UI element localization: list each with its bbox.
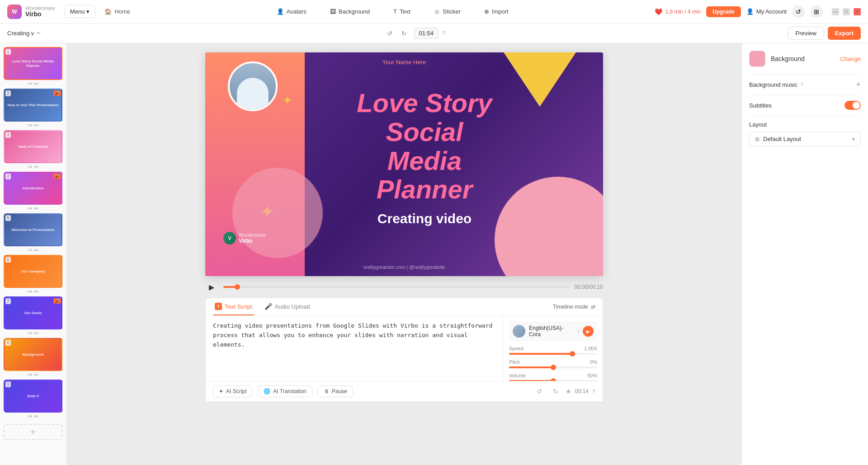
text-button[interactable]: T Text: [389, 5, 415, 18]
ai-translation-icon: 🌐: [264, 388, 270, 395]
slide-item-5[interactable]: 5Welcome to Presentation: [4, 213, 63, 246]
close-button[interactable]: ✕: [854, 8, 861, 15]
speed-slider-track[interactable]: [509, 353, 597, 355]
volume-slider-dot: [551, 378, 556, 381]
toggle-dot: [853, 102, 860, 109]
slide-item-4[interactable]: 4Introduction🎤: [4, 172, 63, 205]
change-bg-button[interactable]: Change: [840, 56, 861, 62]
heart-icon: ❤️: [655, 8, 662, 15]
upgrade-button[interactable]: Upgrade: [706, 6, 741, 17]
slide-item-2[interactable]: 2How to Use This Presentation🎤: [4, 89, 63, 122]
top-bar: W Wondershare Virbo Menu ▾ 🏠 Home 👤 Avat…: [0, 0, 868, 23]
edit-icon[interactable]: ✏: [37, 30, 41, 36]
slide-number-9: 9: [5, 381, 11, 387]
pause-button[interactable]: ⏸ Pause: [318, 385, 353, 397]
timeline-mode-button[interactable]: Timeline mode ⇄: [553, 304, 595, 310]
script-footer: ✦ AI Script 🌐 AI Translation ⏸ Pause ↺ ↻…: [206, 381, 603, 401]
progress-track[interactable]: [223, 286, 569, 288]
time-display: 1.9 min / 4 min: [665, 9, 701, 15]
project-name-text: Creating v: [7, 30, 34, 37]
export-button[interactable]: Export: [828, 27, 861, 40]
script-redo-button[interactable]: ↻: [549, 385, 562, 398]
menu-button[interactable]: Menu ▾: [64, 5, 96, 18]
voice-play-button[interactable]: ▶: [583, 326, 594, 337]
pitch-slider-track[interactable]: [509, 366, 597, 368]
background-label: Background: [339, 8, 370, 15]
slide-thumb-8: Background: [4, 338, 62, 371]
grid-button[interactable]: ⊞: [810, 5, 823, 18]
import-button[interactable]: ⊕ Import: [480, 5, 513, 18]
bg-color-swatch[interactable]: [749, 51, 765, 67]
avatars-button[interactable]: 👤 Avatars: [272, 5, 311, 18]
avatar-body: [237, 78, 269, 111]
sticker-button[interactable]: ☺ Sticker: [429, 5, 465, 18]
script-star-icon[interactable]: ★: [566, 388, 571, 395]
add-bg-music-button[interactable]: +: [856, 80, 861, 89]
slide-item-6[interactable]: 6Our Company: [4, 255, 63, 288]
slide-item-9[interactable]: 9Slide 9: [4, 380, 63, 413]
home-button[interactable]: 🏠 Home: [104, 8, 130, 15]
time-help-icon[interactable]: ?: [442, 30, 445, 37]
script-textarea[interactable]: Creating video presentations from Google…: [206, 316, 503, 381]
slide-number-6: 6: [5, 257, 11, 263]
tab-audio-upload[interactable]: 🎤 Audio Upload: [263, 298, 312, 315]
menu-chevron-icon: ▾: [86, 8, 90, 15]
minimize-button[interactable]: —: [832, 8, 839, 15]
right-panel: Background Change Background music ? + S…: [741, 43, 868, 465]
divider-2: [749, 95, 861, 95]
slide-badge-7: 🎤: [53, 298, 61, 304]
time-counter: 00:00/00:10: [575, 284, 603, 290]
redo-button[interactable]: ↻: [398, 27, 410, 40]
volume-slider-track[interactable]: [509, 380, 597, 381]
tab-text-script[interactable]: T Text Script: [213, 298, 254, 315]
script-undo-button[interactable]: ↺: [533, 385, 546, 398]
time-display: 01:54: [414, 28, 439, 39]
star-icon-1: ✦: [282, 93, 292, 108]
play-button[interactable]: ▶: [205, 281, 218, 293]
pause-icon: ⏸: [324, 388, 329, 395]
footer-url: reallygreatsite.com | @reallygreatsite: [363, 263, 445, 271]
home-label: Home: [114, 8, 130, 15]
slide-thumb-1: Love Story Social Media Planner: [4, 47, 62, 80]
pitch-value: 0%: [590, 359, 597, 365]
slide-item-8[interactable]: 8Background: [4, 338, 63, 371]
ai-translation-button[interactable]: 🌐 AI Translation: [258, 385, 312, 397]
undo-button[interactable]: ↺: [383, 27, 396, 40]
account-button[interactable]: 👤 My Account: [746, 8, 787, 15]
sticker-icon: ☺: [434, 8, 440, 15]
history-button[interactable]: ↺: [792, 5, 805, 18]
bg-music-help-icon[interactable]: ?: [800, 82, 803, 88]
slide-number-1: 1: [5, 49, 11, 55]
slide-thumb-3: Table of Contents: [4, 130, 62, 163]
layout-option-icon: ⊞: [755, 136, 760, 142]
script-footer-right: ↺ ↻ ★ 00:14 ?: [533, 385, 595, 398]
avatar-placeholder: [230, 63, 276, 109]
script-help-icon[interactable]: ?: [592, 388, 595, 395]
slide-item-3[interactable]: 3Table of Contents: [4, 130, 63, 163]
voice-avatar: [513, 325, 525, 338]
virbo-logo-text: Wondershare Virbo: [239, 233, 266, 244]
home-icon: 🏠: [104, 8, 112, 15]
layout-select[interactable]: ⊞ Default Layout ▾: [749, 132, 861, 146]
slide-item-7[interactable]: 7Our Goals🎤: [4, 296, 63, 329]
slide-thumb-9: Slide 9: [4, 380, 62, 413]
volume-label: Volume: [509, 373, 526, 378]
maximize-button[interactable]: □: [843, 8, 850, 15]
preview-button[interactable]: Preview: [788, 27, 824, 40]
background-button[interactable]: 🖼 Background: [326, 5, 374, 18]
add-slide-button[interactable]: +: [4, 424, 62, 440]
voice-selector[interactable]: English(USA)-Cora › ▶: [509, 321, 597, 341]
tab-audio-upload-label: Audio Upload: [275, 303, 310, 310]
account-icon: 👤: [746, 8, 754, 15]
ai-script-button[interactable]: ✦ AI Script: [213, 385, 252, 397]
menu-label: Menu: [70, 8, 85, 15]
canvas-wrapper: ✦ ✦ ✦ Your Name Here Love Story Social M…: [205, 52, 603, 276]
slide-item-1[interactable]: 1Love Story Social Media Planner: [4, 47, 63, 80]
avatars-label: Avatars: [287, 8, 307, 15]
subtitles-toggle[interactable]: [844, 101, 861, 110]
project-name: Creating v ✏: [7, 30, 41, 37]
slides-list: 1Love Story Social Media Planner⏮⏭2How t…: [4, 47, 63, 421]
subtitles-row: Subtitles: [749, 101, 861, 110]
pitch-label: Pitch: [509, 359, 520, 365]
canvas-background: ✦ ✦ ✦ Your Name Here Love Story Social M…: [205, 52, 603, 276]
